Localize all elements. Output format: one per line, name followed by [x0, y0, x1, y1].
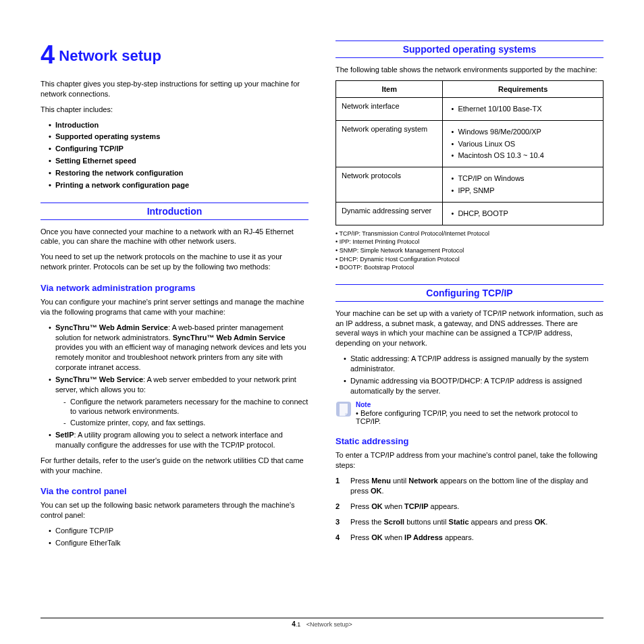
footnote: BOOTP: Bootstrap Protocol	[340, 264, 414, 271]
program-name: SetIP	[55, 431, 74, 439]
body-text: Once you have connected your machine to …	[41, 227, 308, 247]
body-text: To enter a TCP/IP address from your mach…	[336, 450, 603, 471]
intro-paragraph: This chapter includes:	[41, 105, 308, 115]
table-header: Requirements	[443, 80, 603, 97]
requirements-table: Item Requirements Network interface Ethe…	[336, 80, 603, 225]
toc-item: Configuring TCP/IP	[49, 144, 308, 154]
table-cell: Network operating system	[336, 120, 443, 167]
table-cell: DHCP, BOOTP	[443, 202, 603, 225]
page-sub: .1	[296, 621, 301, 628]
table-cell: Network interface	[336, 97, 443, 120]
note-callout: Note • Before configuring TCP/IP, you ne…	[336, 401, 603, 425]
body-text: You need to set up the network protocols…	[41, 252, 308, 272]
toc-item: Supported operating systems	[49, 132, 308, 142]
section-heading-configuring: Configuring TCP/IP	[336, 284, 603, 302]
toc-item: Restoring the network configuration	[49, 168, 308, 178]
table-footnotes: • TCP/IP: Transmission Control Protocol/…	[336, 230, 603, 272]
list-item: SyncThru™ Web Service: A web server embe…	[49, 375, 308, 428]
table-cell: Ethernet 10/100 Base-TX	[443, 97, 603, 120]
text: : A utility program allowing you to sele…	[55, 431, 283, 449]
program-name: SyncThru™ Web Admin Service	[55, 323, 168, 331]
table-row: Network interface Ethernet 10/100 Base-T…	[336, 97, 603, 120]
panel-list: Configure TCP/IP Configure EtherTalk	[41, 526, 308, 548]
table-row: Network operating system Windows 98/Me/2…	[336, 120, 603, 167]
body-text: For further details, refer to the user's…	[41, 456, 308, 476]
list-item: Static addressing: A TCP/IP address is a…	[344, 354, 603, 374]
footnote: IPP: Internet Printing Protocol	[340, 238, 420, 245]
toc-item: Setting Ethernet speed	[49, 156, 308, 166]
body-text: Your machine can be set up with a variet…	[336, 308, 603, 348]
table-cell: TCP/IP on Windows IPP, SNMP	[443, 167, 603, 203]
req-item: TCP/IP on Windows	[451, 173, 597, 184]
text: provides you with an efficient way of ma…	[55, 343, 306, 371]
list-item: SyncThru™ Web Admin Service: A web-based…	[49, 323, 308, 373]
left-column: 4 Network setup This chapter gives you s…	[41, 41, 308, 554]
step-item: Press OK when TCP/IP appears.	[336, 502, 603, 512]
req-item: Windows 98/Me/2000/XP	[451, 127, 597, 137]
page-footer-title: <Network setup>	[306, 621, 352, 628]
body-text: The following table shows the network en…	[336, 65, 603, 75]
chapter-toc: Introduction Supported operating systems…	[41, 120, 308, 190]
list-item: SetIP: A utility program allowing you to…	[49, 430, 308, 450]
req-item: Various Linux OS	[451, 139, 597, 149]
chapter-title: 4 Network setup	[41, 41, 308, 70]
list-item: Dynamic addressing via BOOTP/DHCP: A TCP…	[344, 376, 603, 396]
two-column-layout: 4 Network setup This chapter gives you s…	[41, 41, 603, 554]
program-name: SyncThru™ Web Service	[55, 375, 143, 383]
footnote: DHCP: Dynamic Host Configuration Protoco…	[340, 256, 460, 263]
page-footer: 4.1 <Network setup>	[41, 618, 603, 628]
steps-list: Press Menu until Network appears on the …	[336, 476, 603, 542]
body-text: You can set up the following basic netwo…	[41, 500, 308, 520]
footnote: SNMP: Simple Network Management Protocol	[340, 247, 464, 254]
chapter-name: Network setup	[59, 47, 161, 64]
step-item: Press the Scroll buttons until Static ap…	[336, 517, 603, 527]
table-header: Item	[336, 80, 443, 97]
table-row: Dynamic addressing server DHCP, BOOTP	[336, 202, 603, 225]
sub-item: Customize printer, copy, and fax setting…	[63, 418, 308, 428]
sub-heading: Static addressing	[336, 436, 603, 446]
sub-heading: Via the control panel	[41, 486, 308, 496]
section-heading-introduction: Introduction	[41, 203, 308, 220]
right-column: Supported operating systems The followin…	[336, 41, 603, 554]
step-item: Press Menu until Network appears on the …	[336, 476, 603, 496]
table-cell: Windows 98/Me/2000/XP Various Linux OS M…	[443, 120, 603, 167]
program-name: SyncThru™ Web Admin Service	[173, 333, 286, 342]
note-label: Note	[356, 401, 603, 408]
toc-item: Printing a network configuration page	[49, 180, 308, 190]
admin-programs-list: SyncThru™ Web Admin Service: A web-based…	[41, 323, 308, 450]
req-item: Ethernet 10/100 Base-TX	[451, 104, 597, 114]
note-text: Note • Before configuring TCP/IP, you ne…	[356, 401, 603, 425]
document-page: 4 Network setup This chapter gives you s…	[0, 0, 644, 644]
list-item: Configure EtherTalk	[49, 538, 308, 548]
table-row: Network protocols TCP/IP on Windows IPP,…	[336, 167, 603, 203]
table-header-row: Item Requirements	[336, 80, 603, 97]
body-text: You can configure your machine's print s…	[41, 297, 308, 317]
chapter-number: 4	[41, 41, 55, 69]
list-item: Configure TCP/IP	[49, 526, 308, 536]
section-heading-supported: Supported operating systems	[336, 41, 603, 58]
note-icon	[336, 401, 352, 417]
toc-item: Introduction	[49, 120, 308, 130]
footnote: TCP/IP: Transmission Control Protocol/In…	[340, 230, 490, 237]
step-item: Press OK when IP Address appears.	[336, 533, 603, 543]
addressing-list: Static addressing: A TCP/IP address is a…	[336, 354, 603, 396]
note-body: Before configuring TCP/IP, you need to s…	[356, 409, 578, 425]
req-item: DHCP, BOOTP	[451, 209, 597, 219]
req-item: Macintosh OS 10.3 ~ 10.4	[451, 151, 597, 161]
table-cell: Dynamic addressing server	[336, 202, 443, 225]
sub-item: Configure the network parameters necessa…	[63, 397, 308, 417]
sub-heading: Via network administration programs	[41, 283, 308, 293]
intro-paragraph: This chapter gives you step-by-step inst…	[41, 79, 308, 99]
sub-list: Configure the network parameters necessa…	[55, 397, 308, 429]
req-item: IPP, SNMP	[451, 186, 597, 196]
table-cell: Network protocols	[336, 167, 443, 203]
